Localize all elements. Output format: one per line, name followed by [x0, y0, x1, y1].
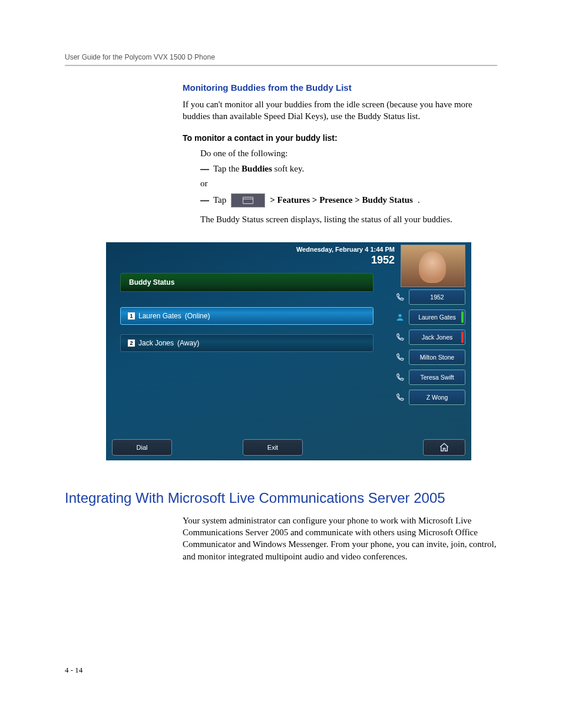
home-icon — [439, 442, 449, 453]
chip-button[interactable]: Z Wong — [409, 390, 465, 405]
heading-to-monitor: To monitor a contact in your buddy list: — [183, 133, 497, 143]
svg-point-0 — [398, 314, 401, 317]
handset-icon — [395, 332, 405, 342]
bullet-text: Tap > Features > Presence > Buddy Status… — [213, 193, 420, 207]
buddy-status: (Online) — [185, 312, 210, 320]
softkey-dial[interactable]: Dial — [112, 439, 172, 456]
menu-icon — [231, 193, 265, 207]
side-contact-list: 1952 Lauren Gates Jack Jones Milton Ston… — [395, 289, 465, 405]
handset-icon — [395, 352, 405, 363]
index-badge: 2 — [128, 340, 135, 347]
chip-button[interactable]: Jack Jones — [409, 330, 465, 345]
chip-button[interactable]: Milton Stone — [409, 350, 465, 365]
side-chip-contact[interactable]: Jack Jones — [395, 330, 465, 345]
side-chip-contact[interactable]: Z Wong — [395, 390, 465, 405]
text-result: The Buddy Status screen displays, listin… — [200, 215, 497, 225]
text-do-one: Do one of the following: — [200, 147, 497, 159]
paragraph-lcs: Your system administrator can configure … — [183, 515, 497, 562]
buddy-name: Lauren Gates — [138, 312, 181, 320]
softkey-exit[interactable]: Exit — [243, 439, 303, 456]
chip-button[interactable]: Teresa Swift — [409, 370, 465, 385]
softkey-home[interactable] — [423, 439, 465, 456]
phone-clock: Wednesday, February 4 1:44 PM 1952 — [296, 246, 395, 266]
side-chip-contact[interactable]: Teresa Swift — [395, 370, 465, 385]
dash-icon: — — [200, 195, 209, 205]
page-number: 4 - 14 — [65, 666, 82, 675]
buddy-name: Jack Jones — [138, 339, 174, 347]
period: . — [418, 195, 420, 205]
handset-icon — [395, 372, 405, 383]
index-badge: 1 — [128, 312, 135, 319]
buddy-status-panel: Buddy Status 1 Lauren Gates (Online) 2 J… — [120, 273, 373, 361]
softkey-bar: Dial Exit — [112, 439, 465, 456]
side-chip-contact[interactable]: Milton Stone — [395, 350, 465, 365]
bullet-tap-menu-path: — Tap > Features > Presence > Buddy Stat… — [200, 193, 497, 207]
text-or: or — [200, 179, 497, 189]
heading-integrating-lcs: Integrating With Microsoft Live Communic… — [65, 490, 497, 506]
side-chip-contact[interactable]: Lauren Gates — [395, 309, 465, 325]
buddy-row[interactable]: 2 Jack Jones (Away) — [120, 334, 373, 352]
buddy-status: (Away) — [177, 339, 199, 347]
chip-button[interactable]: 1952 — [409, 289, 465, 305]
bullet-text: Tap the Buddies soft key. — [213, 164, 304, 174]
phone-screenshot: Wednesday, February 4 1:44 PM 1952 1952 … — [106, 242, 471, 460]
bullet-tap-buddies: — Tap the Buddies soft key. — [200, 164, 497, 174]
person-icon — [395, 312, 405, 322]
paragraph-intro: If you can't monitor all your buddies fr… — [183, 98, 497, 123]
phone-extension: 1952 — [296, 254, 395, 266]
side-chip-self[interactable]: 1952 — [395, 289, 465, 305]
panel-title: Buddy Status — [120, 273, 373, 292]
avatar — [401, 245, 465, 287]
handset-icon — [395, 292, 405, 302]
buddy-row[interactable]: 1 Lauren Gates (Online) — [120, 307, 373, 325]
dash-icon: — — [200, 164, 209, 174]
heading-monitoring-buddies: Monitoring Buddies from the Buddy List — [183, 83, 497, 93]
running-header: User Guide for the Polycom VVX 1500 D Ph… — [65, 53, 497, 66]
phone-datetime: Wednesday, February 4 1:44 PM — [296, 246, 395, 253]
handset-icon — [395, 392, 405, 403]
chip-button[interactable]: Lauren Gates — [409, 309, 465, 325]
